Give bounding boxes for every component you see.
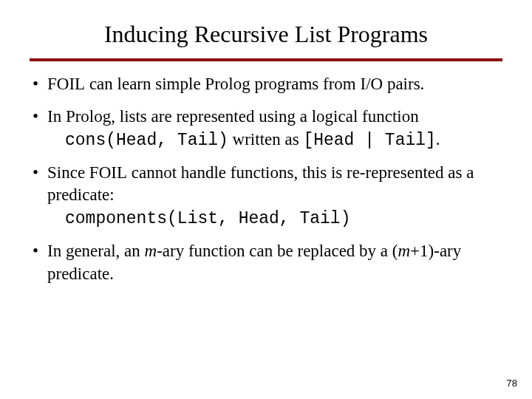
smallcaps: OIL <box>99 163 127 182</box>
slide-title: Inducing Recursive List Programs <box>30 21 502 48</box>
code: [Head | Tail] <box>303 131 435 150</box>
bullet-item: FOIL can learn simple Prolog programs fr… <box>30 73 502 95</box>
bullet-item: Since FOIL cannot handle functions, this… <box>30 162 502 230</box>
bullet-item: In general, an m-ary function can be rep… <box>30 240 502 285</box>
text: . <box>436 130 440 149</box>
text: In general, an <box>47 242 145 260</box>
text: written as <box>228 130 304 149</box>
bullet-item: In Prolog, lists are represented using a… <box>30 106 502 151</box>
title-rule <box>30 58 502 61</box>
text: In Prolog, lists are represented using a… <box>47 107 419 126</box>
text: F <box>47 75 57 93</box>
text: -ary function can be replaced by a ( <box>157 242 398 260</box>
text: Since F <box>47 163 99 182</box>
text: can learn simple Prolog programs from I/… <box>85 75 424 93</box>
italic: m <box>145 242 157 260</box>
italic: m <box>398 242 410 260</box>
code: components(List, Head, Tail) <box>65 209 350 228</box>
code: cons(Head, Tail) <box>65 131 228 150</box>
bullet-list: FOIL can learn simple Prolog programs fr… <box>30 73 502 285</box>
page-number: 78 <box>507 378 517 389</box>
slide: Inducing Recursive List Programs FOIL ca… <box>0 0 532 399</box>
smallcaps: OIL <box>57 75 85 93</box>
